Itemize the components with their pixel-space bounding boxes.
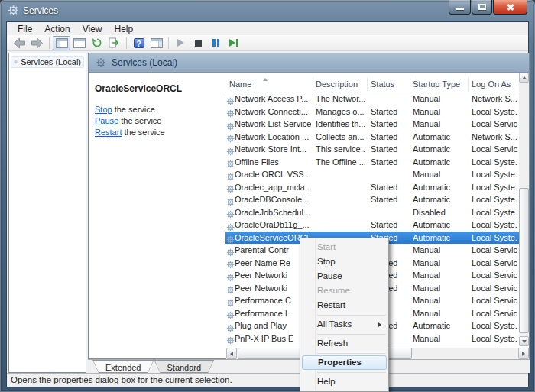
scroll-right-button[interactable] <box>518 348 529 359</box>
service-row[interactable]: Network Store Int... This service ... St… <box>225 143 519 156</box>
service-row[interactable]: OracleDBConsole... Started Automatic Loc… <box>225 193 519 206</box>
column-header-status[interactable]: Status <box>371 76 407 92</box>
menu-bar: FileActionViewHelp <box>7 22 528 35</box>
service-status: Started <box>371 105 407 118</box>
service-description: This service ... <box>316 143 365 156</box>
restart-service-button[interactable] <box>225 36 242 50</box>
view-tab[interactable]: Extended <box>92 360 154 373</box>
column-header-description[interactable]: Description <box>316 76 365 92</box>
stop-service-button[interactable] <box>190 36 207 50</box>
view-header: Services (Local) <box>89 53 529 73</box>
context-menu-item[interactable]: Pause <box>300 269 388 283</box>
context-menu-item[interactable]: Help <box>300 374 388 389</box>
show-action-pane-button[interactable] <box>148 36 165 50</box>
service-gear-icon <box>226 208 235 216</box>
service-row[interactable]: OracleJobSchedul... Disabled Local Syste… <box>225 206 519 219</box>
refresh-icon <box>92 37 102 48</box>
service-log-on-as: Local Service <box>472 294 517 307</box>
service-row[interactable]: Network Location ... Collects an... Star… <box>225 131 519 144</box>
service-description: Collects an... <box>316 131 365 144</box>
service-row[interactable]: Network List Service Identifies th... St… <box>225 118 519 131</box>
column-header-name[interactable]: Name <box>229 76 310 92</box>
context-menu-item[interactable]: Restart <box>300 298 388 313</box>
service-action-link[interactable]: Stop <box>95 105 112 114</box>
service-log-on-as: Local Syste... <box>472 181 517 194</box>
service-row[interactable]: Network Access P... The Networ... Manual… <box>225 92 519 105</box>
service-name: OracleJobSchedul... <box>235 206 311 219</box>
service-log-on-as: Local Syste... <box>472 319 517 332</box>
tree-item-services-local[interactable]: Services (Local) <box>11 56 84 68</box>
titlebar[interactable]: Services <box>0 0 535 21</box>
context-menu-item[interactable]: Resume <box>300 283 388 298</box>
back-button[interactable] <box>11 36 28 50</box>
service-row[interactable]: OracleOraDb11g_... Started Automatic Loc… <box>225 219 519 232</box>
view-tab-label: Standard <box>167 363 201 372</box>
service-gear-icon <box>226 233 235 241</box>
service-startup-type: Disabled <box>413 206 466 219</box>
service-action-link[interactable]: Pause <box>95 116 118 125</box>
export-list-button[interactable] <box>105 36 123 50</box>
service-row[interactable]: Oracle ORCL VSS ... Manual Local Syste..… <box>225 168 519 181</box>
scroll-down-button[interactable] <box>519 336 529 346</box>
service-gear-icon <box>226 258 235 267</box>
context-menu-item[interactable]: Properties <box>302 355 387 370</box>
context-menu-item[interactable]: All Tasks <box>300 317 388 332</box>
export-list-icon <box>109 37 120 48</box>
service-startup-type: Automatic <box>413 319 466 332</box>
service-row[interactable]: Oraclec_app_mcla... Started Automatic Lo… <box>225 181 519 194</box>
service-gear-icon <box>226 246 235 254</box>
status-text: Opens the properties dialog box for the … <box>11 375 232 384</box>
pause-service-button[interactable] <box>207 36 225 50</box>
help-icon: ? <box>134 38 144 48</box>
service-gear-icon <box>226 120 235 128</box>
show-console-tree-button[interactable] <box>53 36 70 50</box>
window-title: Services <box>23 5 58 16</box>
close-button[interactable] <box>493 0 527 15</box>
service-log-on-as: Local Syste... <box>472 193 517 206</box>
view-tab[interactable]: Standard <box>154 360 214 373</box>
menubar-item[interactable]: Help <box>109 23 140 35</box>
menubar-item[interactable]: View <box>76 23 109 35</box>
context-menu-item[interactable]: Refresh <box>300 336 388 351</box>
service-row[interactable]: Network Connecti... Manages o... Started… <box>225 105 519 118</box>
service-action-suffix: the service <box>122 128 164 137</box>
service-log-on-as: Local Syste... <box>472 168 517 181</box>
services-app-icon <box>8 5 19 16</box>
help-button[interactable]: ? <box>130 36 148 50</box>
service-action-line: Restart the service <box>95 127 165 138</box>
properties-toolbar-button[interactable] <box>70 36 88 50</box>
service-log-on-as: Local Syste... <box>472 219 517 232</box>
service-gear-icon <box>226 170 235 179</box>
list-header: Name Description Status Startup Type Log… <box>225 76 519 92</box>
service-log-on-as: Local Syste... <box>472 332 517 345</box>
refresh-button[interactable] <box>88 36 105 50</box>
service-startup-type: Manual <box>413 105 466 118</box>
service-status: Started <box>371 181 407 194</box>
service-action-suffix: the service <box>112 105 155 114</box>
service-row[interactable]: Offline Files The Offline ... Started Au… <box>225 156 519 169</box>
forward-icon <box>31 37 44 49</box>
column-header-log-on-as[interactable]: Log On As <box>472 76 517 92</box>
maximize-button[interactable] <box>472 0 492 15</box>
service-startup-type: Automatic <box>413 143 466 156</box>
context-menu-item[interactable]: Stop <box>300 254 388 269</box>
service-startup-type: Automatic <box>413 232 466 245</box>
start-service-button[interactable] <box>172 36 190 50</box>
scroll-up-button[interactable] <box>519 73 529 83</box>
services-window: Services FileActionViewHelp <box>0 0 535 392</box>
column-header-startup-type[interactable]: Startup Type <box>413 76 466 92</box>
selected-service-name: OracleServiceORCL <box>95 83 182 94</box>
service-log-on-as: Local Service <box>472 269 517 282</box>
context-menu-item[interactable]: Start <box>300 240 388 254</box>
service-description: Manages o... <box>316 105 365 118</box>
vertical-scrollbar[interactable] <box>519 73 529 346</box>
service-action-link[interactable]: Restart <box>95 128 122 137</box>
menubar-item[interactable]: File <box>11 23 38 35</box>
vertical-scroll-thumb[interactable] <box>519 188 529 333</box>
service-action-line: Stop the service <box>95 104 165 115</box>
view-tab-label: Extended <box>105 363 141 372</box>
minimize-button[interactable] <box>449 0 471 15</box>
menubar-item[interactable]: Action <box>38 23 76 35</box>
scroll-left-button[interactable] <box>226 348 237 359</box>
forward-button[interactable] <box>28 36 46 50</box>
